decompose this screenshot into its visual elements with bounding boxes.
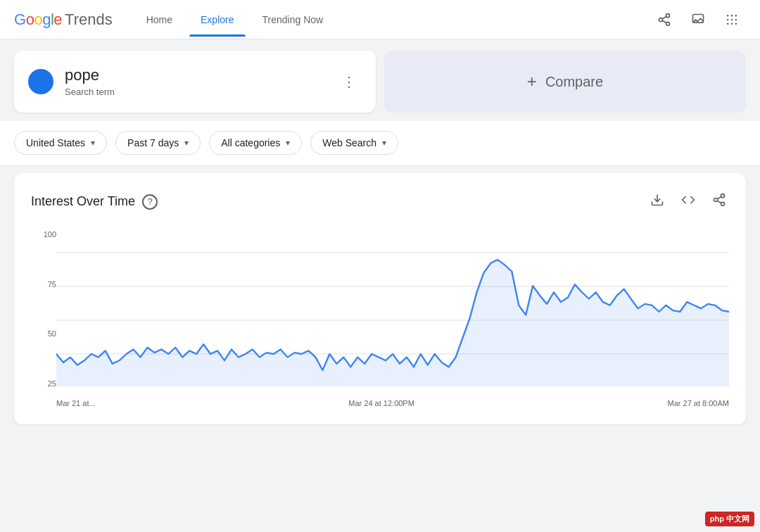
search-options-button[interactable]: ⋮ <box>336 68 362 96</box>
compare-plus-icon: + <box>527 72 537 91</box>
logo[interactable]: Google Trends <box>14 11 113 29</box>
filter-category[interactable]: All categories ▾ <box>209 131 302 155</box>
embed-icon <box>681 193 695 207</box>
svg-line-20 <box>717 196 721 198</box>
filter-region[interactable]: United States ▾ <box>14 131 107 155</box>
svg-point-17 <box>714 198 718 202</box>
share-icon <box>657 13 671 27</box>
filter-time[interactable]: Past 7 days ▾ <box>115 131 201 155</box>
y-label-25: 25 <box>31 379 56 388</box>
chart-actions <box>647 190 729 213</box>
svg-point-1 <box>659 18 663 21</box>
main-content: pope Search term ⋮ + Compare United Stat… <box>0 39 760 436</box>
share-button[interactable] <box>650 6 678 34</box>
svg-point-11 <box>735 18 737 20</box>
compare-card[interactable]: + Compare <box>384 51 746 113</box>
svg-point-2 <box>666 22 670 25</box>
embed-button[interactable] <box>678 190 698 213</box>
feedback-icon <box>691 13 705 27</box>
y-label-75: 75 <box>31 280 56 289</box>
chart-svg <box>56 227 729 396</box>
filter-category-label: All categories <box>221 137 280 148</box>
download-button[interactable] <box>647 190 667 213</box>
svg-line-3 <box>662 20 666 23</box>
y-label-100: 100 <box>31 230 56 239</box>
google-wordmark: Google <box>14 11 62 29</box>
chart-title-group: Interest Over Time ? <box>31 194 158 210</box>
svg-point-0 <box>666 13 670 17</box>
svg-point-13 <box>731 23 733 25</box>
filters-bar: United States ▾ Past 7 days ▾ All catego… <box>0 121 760 165</box>
x-label-3: Mar 27 at 8:00AM <box>668 399 729 407</box>
search-term-label: pope <box>65 66 336 84</box>
nav-home[interactable]: Home <box>135 3 184 37</box>
svg-point-10 <box>731 18 733 20</box>
svg-point-14 <box>735 23 737 25</box>
svg-marker-25 <box>56 260 729 386</box>
svg-point-18 <box>721 202 725 205</box>
feedback-button[interactable] <box>684 6 712 34</box>
nav-explore[interactable]: Explore <box>189 3 245 37</box>
svg-point-16 <box>721 194 725 198</box>
share-chart-button[interactable] <box>709 190 729 213</box>
filter-time-label: Past 7 days <box>127 137 179 148</box>
svg-point-7 <box>731 14 733 16</box>
svg-point-6 <box>727 14 729 16</box>
header: Google Trends Home Explore Trending Now <box>0 0 760 39</box>
svg-line-4 <box>662 16 666 18</box>
filter-type-label: Web Search <box>322 137 376 148</box>
chart-container: 25 50 75 100 <box>31 227 729 407</box>
chart-svg-container: Mar 21 at... Mar 24 at 12:00PM Mar 27 at… <box>56 227 729 407</box>
trends-wordmark: Trends <box>65 11 113 29</box>
search-dot <box>28 69 53 94</box>
filter-type[interactable]: Web Search ▾ <box>310 131 398 155</box>
svg-line-19 <box>717 201 721 203</box>
header-actions <box>650 6 746 34</box>
download-icon <box>650 193 664 207</box>
chart-header: Interest Over Time ? <box>31 190 729 213</box>
chart-section: Interest Over Time ? <box>14 173 746 424</box>
share-chart-icon <box>712 193 726 207</box>
y-label-50: 50 <box>31 329 56 338</box>
y-axis: 25 50 75 100 <box>31 227 56 407</box>
main-nav: Home Explore Trending Now <box>135 3 650 37</box>
filter-time-chevron: ▾ <box>184 138 189 148</box>
chart-title: Interest Over Time <box>31 194 135 209</box>
x-axis: Mar 21 at... Mar 24 at 12:00PM Mar 27 at… <box>56 399 729 407</box>
x-label-1: Mar 21 at... <box>56 399 96 407</box>
compare-label: Compare <box>545 74 603 90</box>
apps-icon <box>725 13 739 27</box>
x-label-2: Mar 24 at 12:00PM <box>348 399 414 407</box>
filter-category-chevron: ▾ <box>286 138 290 148</box>
apps-button[interactable] <box>718 6 746 34</box>
svg-point-12 <box>727 23 729 25</box>
help-icon[interactable]: ? <box>142 194 158 210</box>
search-card: pope Search term ⋮ <box>14 51 376 113</box>
svg-point-8 <box>735 14 737 16</box>
svg-point-9 <box>727 18 729 20</box>
search-type-label: Search term <box>65 87 336 97</box>
filter-region-chevron: ▾ <box>91 138 95 148</box>
search-area: pope Search term ⋮ + Compare <box>14 51 746 113</box>
filter-type-chevron: ▾ <box>382 138 386 148</box>
filter-region-label: United States <box>26 137 85 148</box>
search-text: pope Search term <box>65 66 336 96</box>
nav-trending-now[interactable]: Trending Now <box>251 3 335 37</box>
